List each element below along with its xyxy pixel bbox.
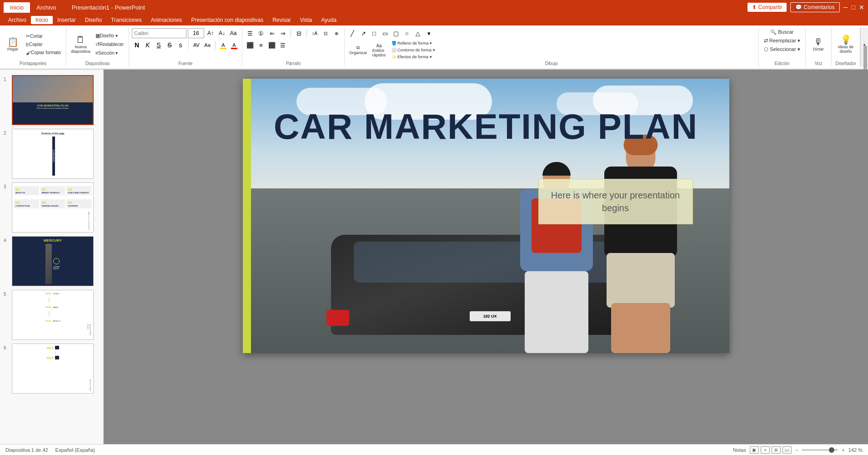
rounded-rect-tool[interactable]: ▢ (391, 28, 401, 38)
paste-button[interactable]: 📋 Pegar (3, 36, 23, 52)
section-button[interactable]: ≡ Sección ▾ (93, 49, 126, 56)
find-button[interactable]: 🔍 Buscar (768, 28, 796, 36)
notes-area[interactable]: Haga clic para agregar notas (243, 357, 729, 370)
align-right-button[interactable]: ⬛ (267, 40, 277, 50)
decrease-indent-button[interactable]: ⇐ (267, 28, 277, 38)
columns-button[interactable]: ⊟ (294, 28, 304, 38)
select-button[interactable]: ⬡ Seleccionar ▾ (762, 46, 803, 53)
menu-presentacion[interactable]: Presentación con diapositivas (186, 16, 268, 24)
menu-insertar[interactable]: Insertar (53, 16, 80, 24)
align-left-button[interactable]: ⬛ (245, 40, 255, 50)
slide-item-5[interactable]: 5 2005 STORY 2008 MARS (0, 288, 103, 342)
arrow-tool[interactable]: ↗ (358, 28, 368, 38)
dictate-button[interactable]: 🎙 Dictar (808, 36, 828, 52)
thumb3-sidebar: TABLE OF CONTENTS (14, 211, 91, 230)
slide-thumb-4: MERCURY COMPANY PROFILE (12, 237, 93, 286)
minus-zoom-button[interactable]: − (795, 447, 798, 453)
text-direction-button[interactable]: ↕A (310, 28, 320, 38)
comments-button[interactable]: 💬 Comentarios (790, 2, 839, 12)
thumb3-cell4: 04 CONTENT PLAN (14, 199, 39, 208)
tab-inicio[interactable]: Inicio (4, 2, 30, 13)
share-button[interactable]: ⬆ Compartir (748, 3, 787, 12)
font-size-input[interactable] (188, 28, 204, 38)
slide-item-4[interactable]: 4 MERCURY COMPANY PROFILE (0, 234, 103, 288)
menu-animaciones[interactable]: Animaciones (146, 16, 187, 24)
outline-button[interactable]: ⬜ Contorno de forma ▾ (389, 47, 437, 53)
copy-button[interactable]: ⎘ Copiar (24, 41, 63, 48)
new-slide-button[interactable]: 🗒 Nuevadiapositiva (69, 34, 92, 55)
view-outline-button[interactable]: ≡ (761, 446, 770, 454)
reset-button[interactable]: ↺ Restablecer (93, 40, 126, 48)
slide-item-1[interactable]: 1 CAR MARKETING PLAN Here is where your … (0, 73, 103, 127)
circle-tool[interactable]: ○ (402, 28, 412, 38)
italic-button[interactable]: K (143, 40, 153, 50)
fill-button[interactable]: 🪣 Relleno de forma ▾ (389, 40, 437, 46)
view-reading-button[interactable]: 📖 (783, 446, 792, 454)
rect-tool[interactable]: □ (369, 28, 379, 38)
view-sort-button[interactable]: ⊞ (772, 446, 781, 454)
highlight-button[interactable]: A (218, 40, 228, 50)
slide-number-5: 5 (4, 292, 9, 297)
arrange-button[interactable]: ⧉ Organizar (347, 40, 369, 60)
parrafo-content: ☰ ① ⇐ ⇒ ⊟ ↕A ⊡ ⊕ ⬛ ≡ ⬛ ☰ (245, 28, 341, 60)
cut-button[interactable]: ✂ Cortar (24, 32, 63, 40)
close-button[interactable]: ✕ (859, 4, 864, 11)
shadow-button[interactable]: s (176, 40, 186, 50)
quick-styles-button[interactable]: Aa Estilosrápidos (370, 40, 388, 60)
menu-diseno[interactable]: Diseño (80, 16, 106, 24)
slide-textbox[interactable]: Here is where your presentation begins (538, 179, 693, 224)
notes-toggle-button[interactable]: Notas (733, 447, 746, 453)
rect2-tool[interactable]: ▭ (380, 28, 390, 38)
menu-archivo[interactable]: Archivo (4, 16, 31, 24)
slide-canvas[interactable]: 182 UX (243, 79, 729, 353)
line-tool[interactable]: ╱ (347, 28, 357, 38)
slide-item-2[interactable]: 2 Contents of this page (0, 127, 103, 181)
menu-transiciones[interactable]: Transiciones (106, 16, 146, 24)
bold-button[interactable]: N (132, 40, 142, 50)
slide-title[interactable]: CAR MARKETING PLAN (266, 106, 707, 147)
plus-zoom-button[interactable]: + (842, 447, 844, 453)
underline-button[interactable]: S (154, 40, 164, 50)
increase-indent-button[interactable]: ⇒ (278, 28, 288, 38)
more-shapes-button[interactable]: ▾ (424, 28, 434, 38)
numbered-list-button[interactable]: ① (256, 28, 266, 38)
minimize-button[interactable]: ─ (843, 4, 848, 11)
paste-icon: 📋 (7, 37, 19, 46)
font-name-input[interactable] (132, 28, 186, 38)
bullets-button[interactable]: ☰ (245, 28, 255, 38)
format-painter-button[interactable]: 🖌 Copiar formato (24, 49, 63, 56)
tab-bar: Inicio Archivo Presentación1 - PowerPoin… (0, 0, 868, 15)
maximize-button[interactable]: □ (852, 4, 855, 11)
scissors-icon: ✂ (26, 33, 30, 39)
align-center-button[interactable]: ≡ (256, 40, 266, 50)
person-right (597, 139, 684, 353)
align-text-button[interactable]: ⊡ (321, 28, 331, 38)
thumb6-bar1 (55, 346, 59, 349)
justify-button[interactable]: ☰ (278, 40, 288, 50)
increase-font-button[interactable]: A↑ (206, 28, 216, 38)
decrease-font-button[interactable]: A↓ (217, 28, 227, 38)
zoom-slider[interactable] (802, 449, 838, 451)
comments-icon: 💬 (795, 4, 802, 10)
char-spacing-button[interactable]: AV (191, 40, 201, 50)
clear-format-button[interactable]: Aa (228, 28, 238, 38)
triangle-tool[interactable]: △ (413, 28, 423, 38)
design-ideas-button[interactable]: 💡 Ideas dediseño (834, 34, 857, 55)
menu-revisar[interactable]: Revisar (268, 16, 296, 24)
strikethrough-button[interactable]: S (165, 40, 175, 50)
replace-button[interactable]: ⇄ Reemplazar ▾ (762, 37, 803, 45)
font-color-button[interactable]: A (229, 40, 239, 50)
menu-inicio[interactable]: Inicio (31, 16, 53, 24)
voz-content: 🎙 Dictar (808, 28, 828, 60)
tab-archivo[interactable]: Archivo (30, 2, 62, 13)
view-normal-button[interactable]: ▣ (750, 446, 759, 454)
case-button[interactable]: Aa (202, 40, 212, 50)
menu-ayuda[interactable]: Ayuda (316, 16, 341, 24)
slide-item-3[interactable]: 3 01 ABOUT US 02 MARKET STRATEGY 03 GOAL… (0, 181, 103, 234)
group-edicion: 🔍 Buscar ⇄ Reemplazar ▾ ⬡ Seleccionar ▾ … (759, 27, 806, 67)
slide-item-6[interactable]: 6 2012 2018 MILESTONES (0, 342, 103, 395)
effects-button[interactable]: ✨ Efectos de forma ▾ (389, 54, 437, 60)
smartart-button[interactable]: ⊕ (331, 28, 341, 38)
menu-vista[interactable]: Vista (296, 16, 316, 24)
layout-button[interactable]: ▦ Diseño ▾ (93, 32, 126, 40)
